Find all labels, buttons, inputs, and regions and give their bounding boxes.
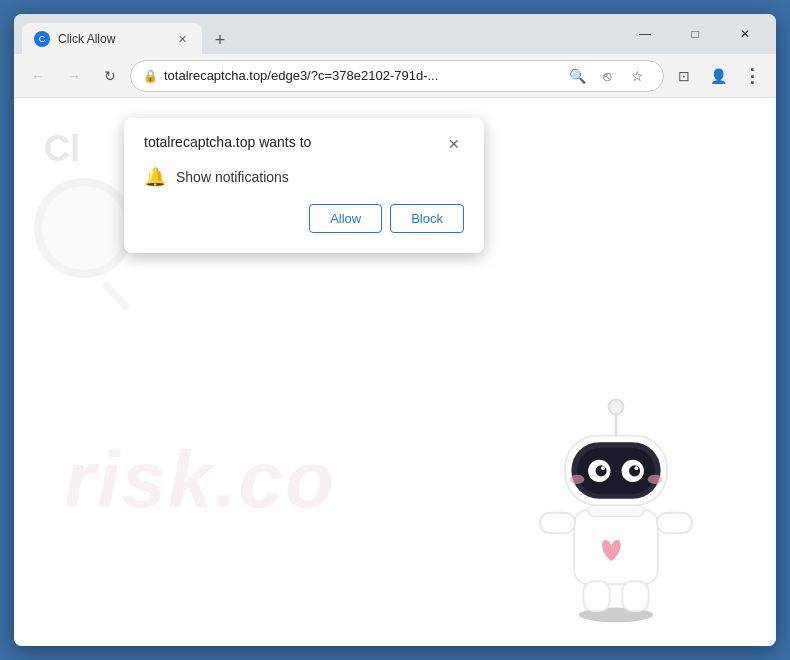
allow-button[interactable]: Allow xyxy=(309,204,382,233)
window-controls: — □ ✕ xyxy=(622,18,768,50)
dialog-title: totalrecaptcha.top wants to xyxy=(144,134,311,150)
back-button[interactable]: ← xyxy=(22,60,54,92)
search-icon-button[interactable]: 🔍 xyxy=(563,62,591,90)
click-allow-watermark: Cl xyxy=(44,128,80,170)
close-button[interactable]: ✕ xyxy=(722,18,768,50)
permission-dialog: totalrecaptcha.top wants to ✕ 🔔 Show not… xyxy=(124,118,484,253)
tab-close-button[interactable]: ✕ xyxy=(174,31,190,47)
page-content: Cl risk.co PC xyxy=(14,98,776,646)
address-icons: 🔍 ⎋ ☆ xyxy=(563,62,651,90)
svg-point-12 xyxy=(570,475,585,484)
svg-rect-17 xyxy=(657,513,692,533)
svg-rect-19 xyxy=(623,581,649,611)
robot-svg xyxy=(516,366,716,626)
address-bar[interactable]: 🔒 totalrecaptcha.top/edge3/?c=378e2102-7… xyxy=(130,60,664,92)
refresh-button[interactable]: ↻ xyxy=(94,60,126,92)
browser-window: C Click Allow ✕ + — □ ✕ ← → ↻ 🔒 totalrec… xyxy=(14,14,776,646)
dialog-permission-row: 🔔 Show notifications xyxy=(144,166,464,188)
tab-area: C Click Allow ✕ + xyxy=(22,14,614,54)
lock-icon: 🔒 xyxy=(143,69,158,83)
svg-point-10 xyxy=(601,466,605,470)
svg-rect-18 xyxy=(584,581,610,611)
watermark-risk: risk.co xyxy=(64,434,336,526)
watermark-search-circle xyxy=(34,178,134,278)
dialog-buttons: Allow Block xyxy=(144,204,464,233)
navigation-bar: ← → ↻ 🔒 totalrecaptcha.top/edge3/?c=378e… xyxy=(14,54,776,98)
menu-button[interactable]: ⋮ xyxy=(736,60,768,92)
tab-title: Click Allow xyxy=(58,32,166,46)
title-bar: C Click Allow ✕ + — □ ✕ xyxy=(14,14,776,54)
toolbar-icons: ⊡ 👤 ⋮ xyxy=(668,60,768,92)
tab-favicon: C xyxy=(34,31,50,47)
forward-button[interactable]: → xyxy=(58,60,90,92)
active-tab[interactable]: C Click Allow ✕ xyxy=(22,23,202,55)
maximize-button[interactable]: □ xyxy=(672,18,718,50)
dialog-permission-text: Show notifications xyxy=(176,169,289,185)
profile-button[interactable]: 👤 xyxy=(702,60,734,92)
svg-rect-20 xyxy=(588,505,644,516)
svg-rect-16 xyxy=(540,513,575,533)
minimize-button[interactable]: — xyxy=(622,18,668,50)
address-text: totalrecaptcha.top/edge3/?c=378e2102-791… xyxy=(164,68,557,83)
dialog-close-button[interactable]: ✕ xyxy=(444,134,464,154)
dialog-header: totalrecaptcha.top wants to ✕ xyxy=(144,134,464,154)
favorites-icon-button[interactable]: ☆ xyxy=(623,62,651,90)
split-view-button[interactable]: ⊡ xyxy=(668,60,700,92)
new-tab-button[interactable]: + xyxy=(206,26,234,54)
svg-point-8 xyxy=(596,465,607,476)
share-icon-button[interactable]: ⎋ xyxy=(593,62,621,90)
block-button[interactable]: Block xyxy=(390,204,464,233)
svg-point-15 xyxy=(609,399,624,414)
svg-point-13 xyxy=(648,475,663,484)
svg-point-11 xyxy=(635,466,639,470)
bell-icon: 🔔 xyxy=(144,166,166,188)
svg-point-9 xyxy=(629,465,640,476)
robot-illustration xyxy=(516,366,716,626)
